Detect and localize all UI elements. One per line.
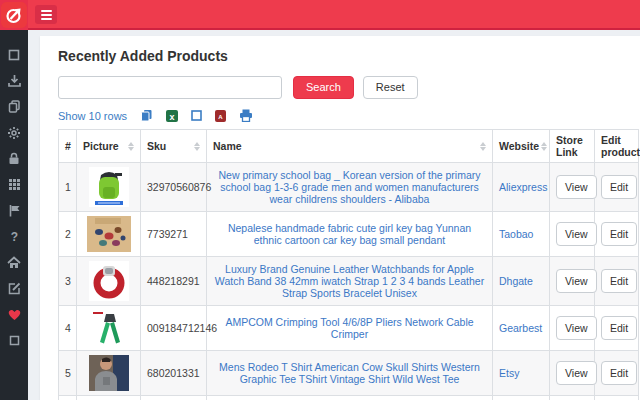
print-export-icon[interactable] [239,109,253,122]
green-backpack-photo [83,167,134,207]
edit-button[interactable]: Edit [601,222,637,246]
edit-button[interactable]: Edit [601,175,637,199]
table-row: 4 009184712146 AMPCOM Crimping Tool 4/6/… [59,306,639,351]
crimping-tool-photo [83,310,134,346]
website-link[interactable]: Gearbest [499,322,542,334]
sidebar: ? [0,0,28,400]
view-button[interactable]: View [556,222,597,246]
edit-button[interactable]: Edit [601,361,637,385]
gear-icon[interactable] [0,120,28,145]
lock-icon[interactable] [0,146,28,171]
column-header-index: # [59,130,77,163]
copy-icon[interactable] [0,94,28,119]
column-header-sku[interactable]: Sku [141,130,207,163]
svg-text:A: A [218,113,223,119]
product-name-link[interactable]: Nepalese handmade fabric cute girl key b… [228,222,471,246]
view-button[interactable]: View [556,361,597,385]
sku-cell: 32970560876 [141,163,207,212]
show-rows-dropdown[interactable]: Show 10 rows [58,110,127,122]
product-name-link[interactable]: Luxury Brand Genuine Leather Watchbands … [215,263,484,299]
products-card: Recently Added Products Search Reset Sho… [40,36,640,400]
svg-text:x: x [170,111,175,121]
window-icon[interactable] [0,42,28,67]
copy-export-icon[interactable] [140,109,153,122]
flag-icon[interactable] [0,198,28,223]
sku-cell: 680201331 [141,351,207,396]
sort-icon [480,142,486,151]
reset-button[interactable]: Reset [363,76,418,99]
row-index: 2 [59,212,77,257]
sort-icon [128,142,134,151]
column-header-edit-product: Edit product [595,130,639,163]
product-name-link[interactable]: New primary school bag _ Korean version … [218,169,480,205]
column-header-website[interactable]: Website [493,130,550,163]
column-header-picture[interactable]: Picture [77,130,141,163]
row-index: 6 [59,396,77,400]
home-icon[interactable] [0,250,28,275]
row-index: 4 [59,306,77,351]
window-icon[interactable] [0,328,28,353]
table-toolbar: Show 10 rows x A [58,108,624,123]
sort-icon [541,142,547,151]
sku-cell: 7739271 [141,212,207,257]
heart-icon[interactable] [0,302,28,327]
download-icon[interactable] [0,68,28,93]
help-icon[interactable]: ? [0,224,28,249]
view-button[interactable]: View [556,175,597,199]
sort-icon [194,142,200,151]
table-header-row: # Picture Sku Name Website Store Link Ed… [59,130,639,163]
table-row: 1 32970560876 New primary school bag _ K… [59,163,639,212]
column-header-store-link: Store Link [550,130,595,163]
hamburger-menu-icon[interactable] [35,5,57,24]
svg-text:?: ? [10,230,17,243]
search-bar: Search Reset [58,76,624,99]
row-index: 1 [59,163,77,212]
red-watch-band-photo [83,261,134,301]
website-link[interactable]: Aliexpress [499,181,547,193]
view-button[interactable]: View [556,316,597,340]
search-button[interactable]: Search [293,76,354,99]
table-row: 3 448218291 Luxury Brand Genuine Leather… [59,257,639,306]
page-title: Recently Added Products [58,48,624,64]
edit-button[interactable]: Edit [601,269,637,293]
sidebar-nav: ? [0,41,28,353]
table-row: 6 B00SMJHB9Y Clarks Mens Tilden Cap Oxfo… [59,396,639,400]
edit-icon[interactable] [0,276,28,301]
view-button[interactable]: View [556,269,597,293]
grid-icon[interactable] [0,172,28,197]
table-row: 2 7739271 Nepalese handmade fabric cute … [59,212,639,257]
search-input[interactable] [58,76,282,99]
main-content: Recently Added Products Search Reset Sho… [28,32,640,400]
website-link[interactable]: Etsy [499,367,519,379]
column-header-name[interactable]: Name [207,130,493,163]
fabric-keychains-photo [83,216,134,252]
products-table: # Picture Sku Name Website Store Link Ed… [58,129,639,400]
row-index: 5 [59,351,77,396]
csv-export-icon[interactable] [191,109,202,122]
website-link[interactable]: Dhgate [499,275,533,287]
pdf-export-icon[interactable]: A [215,109,226,122]
top-navbar [28,0,640,30]
row-index: 3 [59,257,77,306]
app-logo[interactable] [0,0,28,30]
product-name-link[interactable]: AMPCOM Crimping Tool 4/6/8P Pliers Netwo… [225,316,473,340]
edit-button[interactable]: Edit [601,316,637,340]
product-name-link[interactable]: Mens Rodeo T Shirt American Cow Skull Sh… [219,361,480,385]
sku-cell: 009184712146 [141,306,207,351]
arrow-circle-logo-icon [1,2,27,28]
sku-cell: 448218291 [141,257,207,306]
table-row: 5 680201331 Mens Rodeo T Shirt American … [59,351,639,396]
excel-export-icon[interactable]: x [166,109,178,122]
website-link[interactable]: Taobao [499,228,533,240]
sku-cell: B00SMJHB9Y [141,396,207,400]
tshirt-model-photo [83,355,134,391]
